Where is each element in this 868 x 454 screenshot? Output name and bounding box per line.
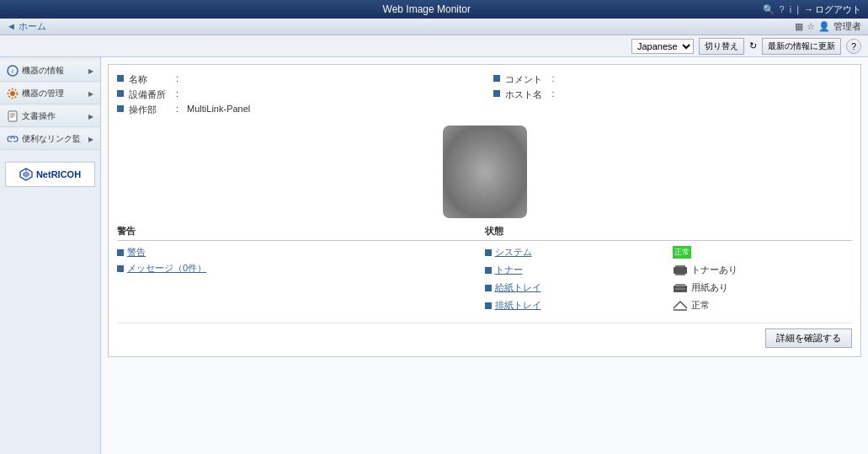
separator: |	[796, 4, 799, 14]
sidebar-label-device-mgmt: 機器の管理	[22, 88, 88, 99]
svg-text:i: i	[12, 67, 13, 75]
status-text-paper-tray: 用紙あり	[691, 281, 728, 294]
main-layout: i 機器の情報 ▶ 機器の管理 ▶ 文書操作 ▶	[0, 57, 868, 454]
status-text-output-tray: 正常	[691, 299, 710, 312]
paper-tray-icon	[673, 282, 688, 294]
info-colon-location: :	[176, 88, 178, 99]
details-button[interactable]: 詳細を確認する	[765, 328, 852, 348]
details-area: 詳細を確認する	[117, 323, 852, 348]
sidebar-arrow-device-status: ▶	[88, 67, 93, 75]
sidebar-label-doc-ops: 文書操作	[22, 110, 88, 122]
second-bar-right: ▦ ☆ 👤 管理者	[795, 20, 861, 33]
alert-bullet-warning	[117, 249, 124, 256]
status-row-paper-tray: 給紙トレイ	[485, 281, 664, 294]
alert-item-messages[interactable]: メッセージ（0件）	[117, 262, 485, 275]
status-label-output-tray[interactable]: 排紙トレイ	[495, 299, 541, 312]
language-select[interactable]: Japanese	[631, 39, 694, 54]
toolbar: Japanese 切り替え ↻ 最新の情報に更新 ?	[0, 35, 868, 57]
info-icon[interactable]: i	[790, 4, 791, 14]
info-label-comment: コメント	[505, 73, 547, 86]
svg-rect-11	[674, 267, 687, 274]
info-circle-icon: i	[7, 65, 19, 77]
logout-button[interactable]: → ログアウト	[804, 3, 861, 16]
svg-marker-9	[23, 171, 29, 178]
status-bullet-paper-tray	[485, 285, 492, 291]
info-colon-name: :	[176, 73, 178, 83]
alert-bullet-messages	[117, 265, 124, 272]
search-icon[interactable]: 🔍	[763, 4, 775, 15]
status-label-system[interactable]: システム	[495, 246, 532, 259]
alerts-title: 警告	[117, 225, 485, 241]
status-label-paper-tray[interactable]: 給紙トレイ	[495, 281, 541, 294]
status-value-toner: トナーあり	[673, 264, 852, 276]
gear-icon	[7, 88, 19, 99]
refresh-button[interactable]: 最新の情報に更新	[762, 38, 841, 55]
status-title: 状態	[485, 225, 853, 241]
status-row-output-tray: 排紙トレイ	[485, 299, 664, 312]
sidebar-item-device-mgmt[interactable]: 機器の管理 ▶	[0, 83, 100, 104]
document-icon	[7, 110, 19, 122]
device-image-area	[117, 126, 852, 218]
sidebar-label-useful-links: 便利なリンク監	[22, 133, 88, 145]
info-right-column: コメント : ホスト名 :	[493, 73, 853, 119]
top-icons: 🔍 ? i | → ログアウト	[763, 3, 861, 16]
alert-label-warning: 警告	[127, 246, 146, 259]
svg-rect-4	[8, 111, 17, 121]
alerts-section: 警告 警告 メッセージ（0件）	[117, 225, 485, 314]
info-left-column: 名称 : 設備番所 : 操作部 : MultiLink-Pane	[117, 73, 477, 119]
help-button[interactable]: ?	[846, 39, 861, 54]
app-title: Web Image Monitor	[91, 3, 763, 15]
svg-rect-13	[675, 274, 685, 275]
status-bullet-output-tray	[485, 302, 492, 309]
device-info-panel: 名称 : 設備番所 : 操作部 : MultiLink-Pane	[108, 64, 861, 357]
switch-button[interactable]: 切り替え	[699, 38, 744, 55]
info-bullet-hostname	[493, 90, 500, 97]
info-value-panel: MultiLink-Panel	[187, 104, 250, 114]
sidebar-item-doc-ops[interactable]: 文書操作 ▶	[0, 106, 100, 127]
info-row-location: 設備番所 :	[117, 88, 477, 101]
home-link[interactable]: ◄ ホーム	[7, 20, 46, 33]
logo-text-area: NetRICOH	[36, 169, 81, 179]
info-label-location: 設備番所	[129, 88, 171, 101]
status-value-system: 正常	[673, 246, 852, 259]
sidebar-arrow-useful-links: ▶	[88, 136, 93, 143]
svg-point-2	[11, 92, 15, 96]
status-grid: システム 正常 トナー	[485, 246, 853, 314]
info-row-comment: コメント :	[493, 73, 853, 86]
status-value-paper-tray: 用紙あり	[673, 281, 852, 294]
content-area: 名称 : 設備番所 : 操作部 : MultiLink-Pane	[101, 57, 868, 454]
sidebar-logo: NetRICOH	[0, 157, 100, 192]
output-tray-icon	[673, 300, 688, 312]
status-ok-icon: 正常	[673, 246, 691, 259]
sidebar-arrow-device-mgmt: ▶	[88, 90, 93, 98]
star-icon: ☆	[807, 21, 815, 32]
status-section: 状態 システム 正常 トナー	[485, 225, 853, 314]
logout-arrow-icon: →	[804, 4, 813, 14]
logo-box: NetRICOH	[5, 162, 95, 187]
info-bullet-panel	[117, 105, 124, 112]
link-icon	[7, 133, 19, 145]
status-label-toner[interactable]: トナー	[495, 264, 523, 276]
alert-item-warning[interactable]: 警告	[117, 246, 485, 259]
sidebar-item-useful-links[interactable]: 便利なリンク監 ▶	[0, 129, 100, 150]
info-bullet-comment	[493, 75, 500, 82]
sidebar-item-device-status[interactable]: i 機器の情報 ▶	[0, 61, 100, 82]
logout-label: ログアウト	[815, 3, 861, 16]
status-value-output-tray: 正常	[673, 299, 852, 312]
svg-rect-15	[675, 284, 685, 286]
info-label-panel: 操作部	[129, 104, 171, 116]
sidebar-label-device-status: 機器の情報	[22, 65, 88, 77]
status-bullet-toner	[485, 267, 492, 274]
status-row-system: システム	[485, 246, 664, 259]
info-label-name: 名称	[129, 73, 171, 86]
status-text-toner: トナーあり	[691, 264, 738, 276]
info-colon-hostname: :	[552, 88, 555, 99]
netricoh-logo-icon	[19, 168, 33, 181]
toner-icon	[673, 264, 688, 276]
help-icon[interactable]: ?	[780, 4, 785, 14]
info-bullet-name	[117, 75, 124, 82]
info-label-hostname: ホスト名	[505, 88, 547, 101]
logo-name: NetRICOH	[36, 169, 81, 179]
info-row-panel: 操作部 : MultiLink-Panel	[117, 104, 477, 116]
device-image	[443, 126, 527, 218]
